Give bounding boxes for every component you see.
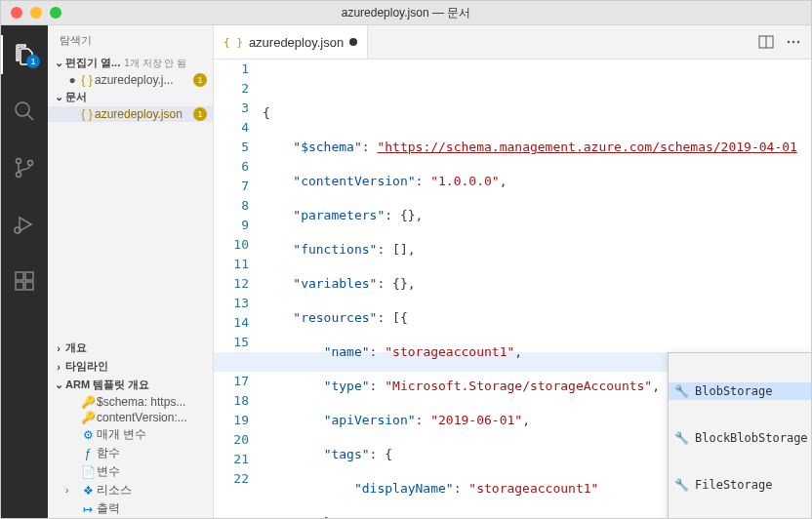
open-editor-item[interactable]: ● { } azuredeploy.j... 1 xyxy=(48,72,213,88)
chevron-down-icon: ⌄ xyxy=(52,91,65,103)
svg-rect-8 xyxy=(16,282,23,290)
autocomplete-item[interactable]: 🔧 BlobStorage xyxy=(669,382,811,400)
property-icon: 🔧 xyxy=(674,478,689,492)
svg-rect-7 xyxy=(16,272,23,280)
svg-rect-9 xyxy=(25,282,33,290)
svg-point-14 xyxy=(792,41,794,43)
outline-item-variables[interactable]: 📄 변수 xyxy=(48,462,213,481)
explorer-sidebar: 탐색기 ⌄ 편집기 열... 1개 저장 안 됨 ● { } azuredepl… xyxy=(48,25,214,518)
svg-point-15 xyxy=(797,41,799,43)
autocomplete-popup: 🔧 BlobStorage 🔧 BlockBlobStorage 🔧 FileS… xyxy=(668,352,811,518)
debug-tab[interactable] xyxy=(1,205,48,244)
open-editors-section[interactable]: ⌄ 편집기 열... 1개 저장 안 됨 xyxy=(48,54,213,72)
key-icon: 🔑 xyxy=(79,411,97,424)
chevron-right-icon: › xyxy=(65,485,79,496)
search-icon xyxy=(13,100,36,123)
svg-point-4 xyxy=(28,161,33,166)
property-icon: 🔧 xyxy=(674,431,689,445)
chevron-right-icon: › xyxy=(52,342,65,354)
play-bug-icon xyxy=(13,213,36,236)
split-editor-button[interactable] xyxy=(758,34,774,50)
svg-line-1 xyxy=(27,114,33,120)
minimize-window[interactable] xyxy=(30,7,42,19)
svg-marker-5 xyxy=(20,218,31,231)
timeline-label: 타임라인 xyxy=(65,359,108,374)
extensions-icon xyxy=(13,269,36,293)
outline-item-parameters[interactable]: ⚙ 매개 변수 xyxy=(48,425,213,444)
cube-icon: ❖ xyxy=(79,484,97,498)
window-title: azuredeploy.json — 문서 xyxy=(1,5,811,21)
close-window[interactable] xyxy=(11,7,22,19)
tab-actions xyxy=(758,25,811,59)
unsaved-count: 1개 저장 안 됨 xyxy=(124,57,186,70)
svg-point-0 xyxy=(16,102,29,116)
outline-item-schema[interactable]: 🔑 $schema: https... xyxy=(48,394,213,410)
maximize-window[interactable] xyxy=(50,7,61,19)
sidebar-title: 탐색기 xyxy=(48,25,213,54)
key-icon: 🔑 xyxy=(79,395,97,409)
tab-filename: azuredeploy.json xyxy=(249,35,344,50)
autocomplete-item[interactable]: 🔧 BlockBlobStorage xyxy=(669,429,811,447)
editor-area: { } azuredeploy.json 1234567891011121314… xyxy=(214,25,811,518)
titlebar: azuredeploy.json — 문서 xyxy=(1,1,811,25)
autocomplete-item[interactable]: 🔧 FileStorage xyxy=(669,476,811,494)
json-file-icon: { } xyxy=(79,107,95,121)
output-icon: ↦ xyxy=(79,502,97,516)
chevron-down-icon: ⌄ xyxy=(52,379,65,391)
workspace-filename: azuredeploy.json xyxy=(95,107,193,121)
branch-icon xyxy=(13,156,36,180)
chevron-right-icon: › xyxy=(52,361,65,373)
json-file-icon: { } xyxy=(223,36,243,49)
code-editor[interactable]: 12345678910111213141516171819202122 { "$… xyxy=(214,60,811,518)
outline-label: 개요 xyxy=(65,340,87,355)
function-icon: ƒ xyxy=(79,447,97,460)
tab-azuredeploy[interactable]: { } azuredeploy.json xyxy=(214,25,368,59)
tab-bar: { } azuredeploy.json xyxy=(214,25,811,60)
window-controls xyxy=(1,7,61,19)
workspace-label: 문서 xyxy=(65,90,87,104)
code-content[interactable]: { "$schema": "https://schema.management.… xyxy=(263,60,811,518)
variable-icon: 📄 xyxy=(79,465,97,479)
chevron-down-icon: ⌄ xyxy=(52,57,65,69)
json-file-icon: { } xyxy=(79,73,95,87)
explorer-tab[interactable]: 1 xyxy=(1,35,48,74)
outline-item-resources[interactable]: ›❖ 리소스 xyxy=(48,481,213,499)
outline-item-outputs[interactable]: ↦ 출력 xyxy=(48,499,213,518)
svg-rect-10 xyxy=(25,272,33,280)
workspace-section[interactable]: ⌄ 문서 xyxy=(48,88,213,106)
line-numbers: 12345678910111213141516171819202122 xyxy=(214,60,263,518)
timeline-section[interactable]: › 타임라인 xyxy=(48,357,213,376)
outline-section[interactable]: › 개요 xyxy=(48,339,213,357)
more-actions-button[interactable] xyxy=(786,34,801,50)
svg-point-2 xyxy=(17,159,21,164)
gear-icon: ⚙ xyxy=(79,428,97,442)
explorer-badge: 1 xyxy=(26,55,40,68)
extensions-tab[interactable] xyxy=(1,261,48,300)
open-editor-badge: 1 xyxy=(193,73,207,87)
modified-dot-icon: ● xyxy=(65,73,79,87)
open-editors-label: 편집기 열... xyxy=(65,56,120,70)
source-control-tab[interactable] xyxy=(1,148,48,187)
property-icon: 🔧 xyxy=(674,384,689,398)
workspace-file-item[interactable]: { } azuredeploy.json 1 xyxy=(48,106,213,122)
search-tab[interactable] xyxy=(1,92,48,131)
activity-bar: 1 xyxy=(1,25,48,518)
outline-item-contentversion[interactable]: 🔑 contentVersion:... xyxy=(48,410,213,425)
outline-item-functions[interactable]: ƒ 함수 xyxy=(48,444,213,462)
more-icon xyxy=(786,34,801,50)
workspace-file-badge: 1 xyxy=(193,107,207,121)
arm-template-label: ARM 템플릿 개요 xyxy=(65,378,149,392)
split-icon xyxy=(758,34,774,50)
open-editor-filename: azuredeploy.j... xyxy=(95,73,193,87)
modified-dot-icon xyxy=(349,38,357,46)
svg-point-3 xyxy=(17,173,21,178)
svg-point-13 xyxy=(788,41,790,43)
arm-template-section[interactable]: ⌄ ARM 템플릿 개요 xyxy=(48,376,213,394)
